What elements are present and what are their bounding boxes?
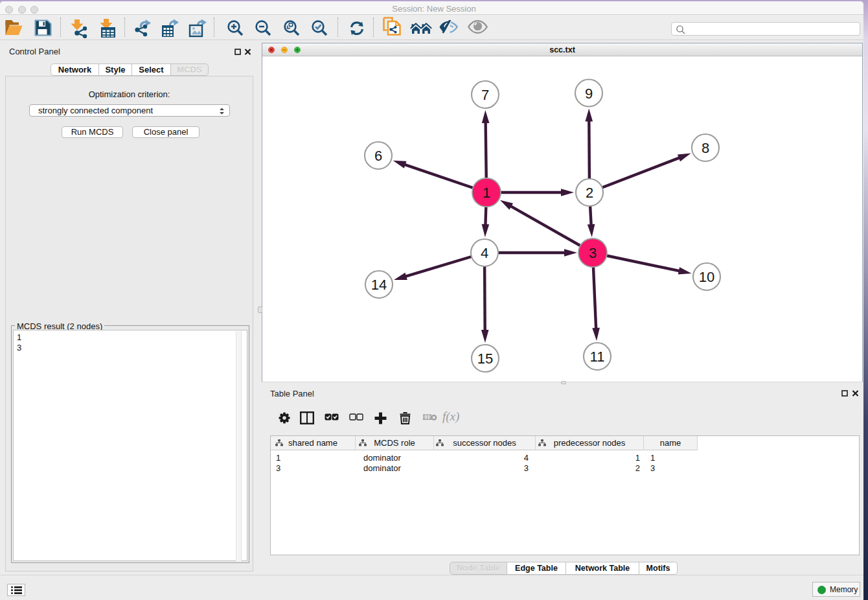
- svg-text:8: 8: [702, 140, 709, 156]
- svg-text:4: 4: [481, 245, 488, 261]
- svg-text:10: 10: [699, 269, 714, 285]
- svg-text:1: 1: [483, 185, 490, 201]
- svg-text:9: 9: [585, 86, 593, 102]
- svg-text:2: 2: [586, 185, 593, 201]
- svg-text:6: 6: [374, 148, 382, 164]
- svg-text:7: 7: [481, 87, 489, 103]
- svg-text:11: 11: [590, 349, 605, 365]
- svg-text:15: 15: [477, 351, 493, 367]
- svg-text:3: 3: [589, 245, 597, 261]
- svg-text:14: 14: [371, 277, 387, 293]
